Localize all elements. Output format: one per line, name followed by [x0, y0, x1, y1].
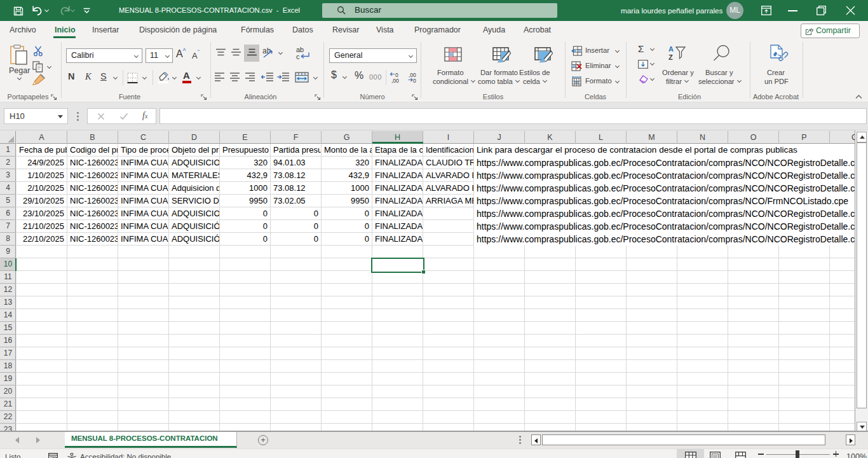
svg-text:0: 0 — [413, 78, 416, 83]
svg-text:,00: ,00 — [391, 78, 399, 83]
svg-text:c: c — [296, 53, 300, 60]
svg-text:Z: Z — [668, 53, 673, 61]
svg-text:A: A — [668, 45, 674, 53]
